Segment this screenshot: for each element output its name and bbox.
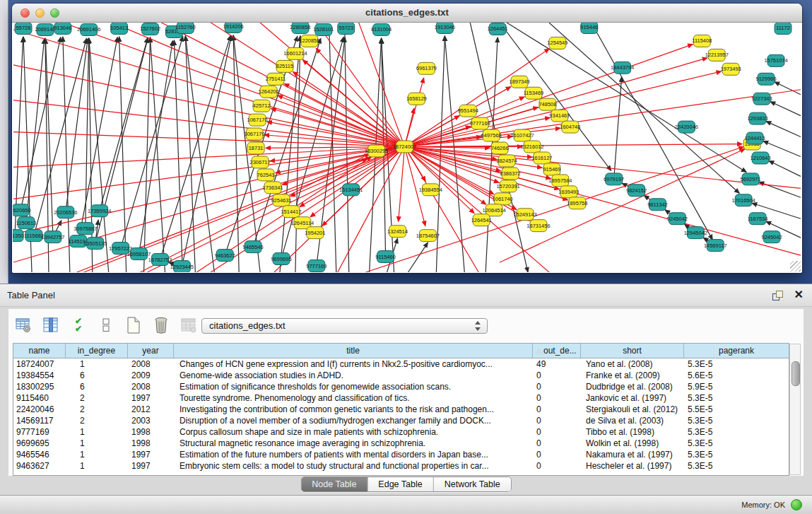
check-icon: ✔ <box>75 325 82 333</box>
table-select-dropdown[interactable]: citations_edges.txt <box>201 318 488 334</box>
network-node-label: 2306717 <box>250 159 271 165</box>
table-cell: Wolkin et al. (1998) <box>581 438 684 449</box>
network-node-label: 1658129 <box>406 95 427 102</box>
table-row[interactable]: 1872400712008Changes of HCN gene express… <box>13 358 789 370</box>
zoom-window-button[interactable] <box>50 8 59 18</box>
table-cell: 0 <box>533 438 581 449</box>
network-node-label: 13942757 <box>41 234 64 240</box>
table-cell: 5.3E-5 <box>684 438 789 449</box>
network-node-label: 2386372 <box>500 170 521 177</box>
close-window-button[interactable] <box>20 8 30 18</box>
table-cell: 0 <box>533 426 581 438</box>
network-node-label: 16958107 <box>127 251 151 257</box>
close-panel-button[interactable]: ✕ <box>794 288 804 302</box>
network-node-label: 915446 <box>580 24 598 30</box>
table-row[interactable]: 1830029562008Estimation of significance … <box>13 381 789 392</box>
new-table-button[interactable] <box>124 316 143 334</box>
delete-table-button[interactable] <box>152 316 170 334</box>
window-titlebar[interactable]: citations_edges.txt <box>12 4 802 23</box>
network-node-label: 1639493 <box>558 189 579 195</box>
table-row[interactable]: 969969511998Structural magnetic resonanc… <box>13 438 789 449</box>
window-title: citations_edges.txt <box>12 4 802 22</box>
table-row[interactable]: 946362711997Embryonic stem cells: a mode… <box>13 460 789 472</box>
import-table-button-disabled <box>180 316 198 334</box>
network-edge <box>185 36 195 272</box>
table-row[interactable]: 1456911722003Disruption of a novel membe… <box>13 415 789 426</box>
network-node-label: 12923445 <box>170 264 194 270</box>
table-cell: 2009 <box>128 370 174 381</box>
window-resize-grip[interactable] <box>790 261 801 271</box>
network-node-label: 1324514 <box>387 228 408 235</box>
table-row[interactable]: 946554611997Estimation of the future num… <box>13 449 789 460</box>
network-node-label: 12064514 <box>483 207 506 214</box>
tab-edge-table[interactable]: Edge Table <box>367 477 433 491</box>
float-panel-button[interactable] <box>772 290 784 301</box>
float-icon-overlay <box>776 291 783 298</box>
network-node-label: 1153469 <box>524 90 544 96</box>
table-cell: 0 <box>533 460 581 472</box>
network-edge <box>769 160 801 176</box>
table-cell: 1 <box>66 438 128 449</box>
table-cell: Jankovic et al. (1997) <box>581 392 684 404</box>
row-height-button[interactable] <box>97 316 115 334</box>
network-canvas[interactable]: 1872400712208581660121482511527514111264… <box>13 23 801 272</box>
scrollbar-thumb[interactable] <box>792 361 800 386</box>
network-node-label: 9699695 <box>271 256 291 262</box>
table-cell: 2012 <box>128 404 174 415</box>
table-settings-button[interactable] <box>14 316 33 334</box>
network-node-label: 30975887 <box>73 226 97 232</box>
table-cell: 6 <box>66 381 128 392</box>
table-row[interactable]: 2242004622012Investigating the contribut… <box>13 404 789 415</box>
network-node-label: 1913046 <box>435 24 455 30</box>
network-view-window[interactable]: citations_edges.txt 18724007122085816601… <box>12 4 802 273</box>
column-settings-button[interactable] <box>42 316 60 334</box>
network-node-label: 391350 <box>13 233 24 239</box>
table-row[interactable]: 977716911998Corpus callosum shape and si… <box>13 426 789 438</box>
tab-node-table[interactable]: Node Table <box>301 477 367 491</box>
column-header-short[interactable]: short <box>581 344 684 358</box>
network-node-label: 915469 <box>543 166 560 173</box>
column-header-name[interactable]: name <box>13 344 66 358</box>
network-node-label: 17359924 <box>88 208 111 214</box>
table-vertical-scrollbar[interactable] <box>789 344 801 475</box>
minimize-window-button[interactable] <box>35 8 45 18</box>
table-cell: 0 <box>533 415 581 426</box>
tab-network-table[interactable]: Network Table <box>434 477 511 491</box>
network-node-label: 913046 <box>54 25 71 31</box>
table-row[interactable]: 1938455462009Genome-wide association stu… <box>13 370 789 381</box>
column-header-pagerank[interactable]: pagerank <box>684 344 789 358</box>
network-node-label: 19384554 <box>419 187 442 193</box>
column-header-year[interactable]: year <box>128 344 174 358</box>
table-cell: 1998 <box>128 438 174 449</box>
table-cell: 5.3E-5 <box>684 392 789 404</box>
column-header-in_degree[interactable]: in_degree <box>66 344 128 358</box>
table-cell: Genome-wide association studies in ADHD. <box>174 370 533 381</box>
network-node-label: 5692971 <box>741 176 761 182</box>
column-header-title[interactable]: title <box>174 344 533 358</box>
left-gutter <box>0 0 8 284</box>
network-edge <box>139 41 173 254</box>
table-cell: 1 <box>66 449 128 460</box>
column-header-out_de[interactable]: △out_de... <box>533 344 581 358</box>
network-node-label: 3824574 <box>497 158 517 164</box>
memory-status-indicator[interactable] <box>791 499 802 510</box>
network-node-label: 1264200 <box>259 88 279 95</box>
network-edge <box>284 83 404 146</box>
network-node-label: 105413 <box>110 25 128 31</box>
status-bar: Memory: OK <box>0 495 812 514</box>
table-gear-icon <box>15 317 32 334</box>
select-all-button[interactable]: ✔ ✔ <box>69 316 88 334</box>
network-node-label: 825115 <box>276 63 293 69</box>
network-node-label: 762541 <box>257 172 275 178</box>
network-node-label: 6979197 <box>604 176 624 182</box>
trash-icon <box>153 316 170 334</box>
network-node-label: 1067170 <box>247 117 268 123</box>
network-edge <box>405 71 722 146</box>
table-cell: Franke et al. (2009) <box>581 370 684 381</box>
network-graph[interactable]: 1872400712208581660121482511527514111264… <box>13 23 801 272</box>
table-cell: 2008 <box>128 358 174 370</box>
network-edge <box>405 45 693 147</box>
table-row[interactable]: 911546021997Tourette syndrome. Phenomeno… <box>13 392 789 404</box>
network-node-label: 1244413 <box>745 135 765 141</box>
table-cell: Yano et al. (2008) <box>581 358 684 370</box>
